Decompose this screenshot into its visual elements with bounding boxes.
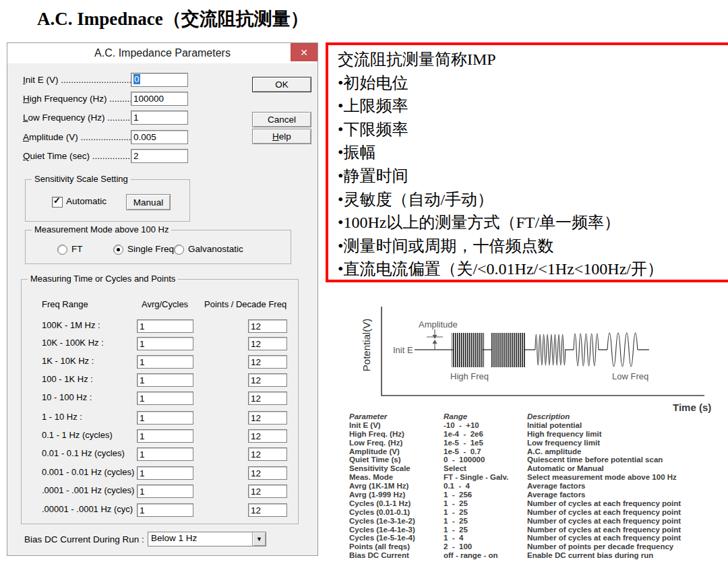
low-freq-label: Low Freq <box>612 371 648 381</box>
low-frequency-label: Low Frequency (Hz) .......... <box>23 113 133 123</box>
freq-row-label: 10K - 100K Hz : <box>42 338 104 348</box>
manual-button[interactable]: Manual <box>126 194 171 210</box>
close-icon: ✕ <box>300 47 308 58</box>
sine-group-c <box>607 333 638 367</box>
points-input[interactable] <box>248 484 287 498</box>
freq-range-header: Freq Range <box>42 299 88 309</box>
single-freq-label: Single Freq. <box>127 244 177 254</box>
help-button[interactable]: Help <box>252 129 311 144</box>
ok-button[interactable]: OK <box>252 77 311 92</box>
table-row: Cycles (0.1-1 Hz)1 - 25Number of cycles … <box>349 499 727 508</box>
sine-group-b <box>574 334 599 366</box>
avrg-input[interactable] <box>137 319 193 333</box>
freq-row-label: 0.001 - 0.01 Hz (cycles) <box>42 467 134 477</box>
cancel-button[interactable]: Cancel <box>252 112 311 127</box>
init-e-diagram-label: Init E <box>393 345 413 355</box>
table-row: Init E (V)-10 - +10Initial potential <box>349 421 727 430</box>
amplitude-label: Amplitude <box>419 319 458 330</box>
up-arrow-icon <box>433 340 437 344</box>
ft-label: FT <box>71 244 83 254</box>
quiet-time-label: Quiet Time (sec) ............... <box>23 151 130 161</box>
points-input[interactable] <box>248 466 287 480</box>
points-input[interactable] <box>248 355 287 369</box>
points-input[interactable] <box>248 447 287 461</box>
freq-row-label: 10 - 100 Hz : <box>42 392 92 402</box>
freq-row-label: 1 - 10 Hz : <box>42 412 82 422</box>
table-row: Cycles (0.01-0.1)1 - 25Number of cycles … <box>349 508 727 517</box>
points-input[interactable] <box>248 391 287 405</box>
parameter-table-header: ParameterRangeDescription <box>349 412 727 421</box>
close-button[interactable]: ✕ <box>291 43 317 61</box>
parameter-table: ParameterRangeDescription Init E (V)-10 … <box>349 412 727 560</box>
points-input[interactable] <box>248 337 287 350</box>
table-row: Quiet Time (s)0 - 100000Quiescent time b… <box>349 456 727 464</box>
bias-dc-dropdown[interactable]: Below 1 Hz ▼ <box>148 532 266 546</box>
points-decade-header: Points / Decade Freq <box>204 299 286 309</box>
table-row: Avrg (1K-1M Hz)0.1 - 4Average factors <box>349 482 727 491</box>
avrg-input[interactable] <box>137 503 193 517</box>
y-axis-label: Potential(V) <box>361 319 372 371</box>
measurement-mode-group-title: Measurement Mode above 100 Hz <box>32 224 171 234</box>
note-line: •直流电流偏置（关/<0.01Hz/<1Hz<100Hz/开） <box>338 257 728 281</box>
page-title: A.C. Impednace（交流阻抗测量） <box>37 7 309 31</box>
table-row: High Freq. (Hz)1e-4 - 2e6High frequency … <box>349 430 727 439</box>
sine-group-a <box>535 334 566 365</box>
note-line: •灵敏度（自动/手动） <box>338 188 728 212</box>
avrg-input[interactable] <box>137 429 193 443</box>
table-row: Cycles (1e-4-1e-3)1 - 25Number of cycles… <box>349 526 727 534</box>
avrg-input[interactable] <box>137 466 193 480</box>
init-e-label: Init E (V) ............................ <box>23 75 131 85</box>
freq-row-label: 100K - 1M Hz : <box>42 320 100 330</box>
avrg-input[interactable] <box>137 355 193 369</box>
high-frequency-input[interactable] <box>131 92 188 106</box>
points-input[interactable] <box>248 503 287 517</box>
dropdown-arrow-icon[interactable]: ▼ <box>252 532 266 546</box>
avrg-input[interactable] <box>137 337 193 350</box>
automatic-label: Automatic <box>66 196 107 206</box>
dense-burst-1 <box>452 333 484 367</box>
galvanostatic-radio[interactable] <box>174 245 184 255</box>
galvanostatic-label: Galvanostatic <box>188 244 243 254</box>
ac-impedance-parameters-dialog: A.C. Impedance Parameters ✕ Init E (V) .… <box>7 42 318 556</box>
points-input[interactable] <box>248 373 287 387</box>
page: A.C. Impednace（交流阻抗测量） A.C. Impedance Pa… <box>0 0 728 564</box>
dialog-title: A.C. Impedance Parameters <box>7 43 317 63</box>
freq-row-label: .0001 - .001 Hz (cycles) <box>42 485 134 495</box>
note-line: •上限频率 <box>338 94 728 118</box>
table-row: Points (all freqs)2 - 100Number of point… <box>349 542 727 551</box>
bias-dc-value: Below 1 Hz <box>148 532 252 546</box>
amplitude-input[interactable] <box>131 130 188 144</box>
points-input[interactable] <box>248 429 287 443</box>
single-freq-radio[interactable] <box>113 245 123 255</box>
note-line: •100Hz以上的测量方式（FT/单一频率） <box>338 211 728 234</box>
automatic-checkbox[interactable]: ✓ <box>52 197 63 208</box>
freq-row-label: 100 - 1K Hz : <box>42 374 93 384</box>
dialog-titlebar: A.C. Impedance Parameters ✕ <box>7 43 317 63</box>
avrg-input[interactable] <box>137 447 193 461</box>
measuring-group: Measuring Time or Cycles and Points Freq… <box>21 279 299 524</box>
ft-radio[interactable] <box>57 245 67 255</box>
note-line: •测量时间或周期，十倍频点数 <box>338 234 728 258</box>
points-input[interactable] <box>248 411 287 425</box>
table-row: Meas. ModeFT - Single - Galv.Select meas… <box>349 473 727 482</box>
avrg-input[interactable] <box>137 484 193 498</box>
table-row: Cycles (1e-3-1e-2)1 - 25Number of cycles… <box>349 517 727 526</box>
avrg-input[interactable] <box>137 391 193 405</box>
dense-burst-2 <box>491 333 526 367</box>
avrg-input[interactable] <box>137 373 193 387</box>
notes-box: 交流阻抗测量简称IMP •初始电位 •上限频率 •下限频率 •振幅 •静置时间 … <box>326 42 728 282</box>
table-row: Cycles (1e-5-1e-4)1 - 4Number of cycles … <box>349 534 727 542</box>
init-e-input[interactable]: 0 <box>131 73 188 87</box>
freq-row-label: 0.01 - 0.1 Hz (cycles) <box>42 448 125 458</box>
selected-text: 0 <box>133 74 140 84</box>
measuring-group-title: Measuring Time or Cycles and Points <box>28 274 178 284</box>
high-frequency-label: High Frequency (Hz) ......... <box>23 94 132 104</box>
table-row: Low Freq. (Hz)1e-5 - 1e5Low frequency li… <box>349 439 727 447</box>
waveform-diagram: Potential(V) Amplitude Init E High Freq … <box>347 296 721 414</box>
note-line: •下限频率 <box>338 118 728 142</box>
quiet-time-input[interactable] <box>131 149 188 163</box>
low-frequency-input[interactable] <box>131 111 188 125</box>
avrg-input[interactable] <box>137 411 193 425</box>
points-input[interactable] <box>248 319 287 333</box>
note-line: 交流阻抗测量简称IMP <box>338 48 728 71</box>
